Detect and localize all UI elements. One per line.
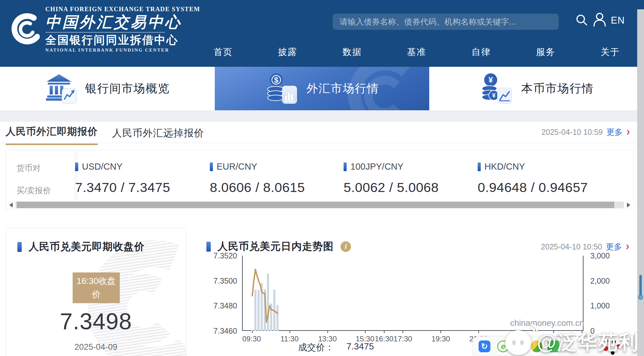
scrollbar-track[interactable]	[16, 202, 624, 208]
pair-quote: 0.94648 / 0.94657	[478, 180, 588, 195]
tab-label: 本币市场行情	[521, 81, 594, 96]
pair-marker	[210, 162, 213, 171]
taskbar-app-icon-red-dots[interactable]	[601, 339, 623, 356]
x-axis-tick-mark	[365, 331, 366, 333]
pair-quote: 5.0062 / 5.0068	[344, 180, 439, 195]
y-axis-tick-label: 7.3460	[214, 326, 237, 335]
nav-item-services[interactable]: 服务	[536, 46, 555, 58]
nav-item-self-regulation[interactable]: 自律	[471, 46, 491, 58]
taskbar-app-icon-green[interactable]	[547, 340, 559, 352]
quotes-tabs: 人民币外汇即期报价 人民币外汇远掉报价	[6, 125, 204, 145]
search-icon[interactable]	[575, 13, 588, 27]
cfets-logo-icon	[10, 10, 40, 49]
y-axis-left-labels: 7.35207.35007.34807.3460	[198, 256, 240, 331]
nav-item-benchmark[interactable]: 基准	[407, 46, 426, 58]
chart-timestamp: 2025-04-10 10:50	[541, 242, 602, 251]
fx-market-icon: $	[265, 72, 299, 105]
divider	[0, 143, 644, 143]
logo-line-en-sub: NATIONAL INTERBANK FUNDING CENTER	[45, 48, 200, 53]
svg-text:¥: ¥	[492, 92, 496, 99]
tab-spot-quotes[interactable]: 人民币外汇即期报价	[6, 125, 98, 145]
cfets-webpage: CHINA FOREIGN EXCHANGE TRADE SYSTEM 中国外汇…	[0, 0, 644, 356]
tab-cny-market[interactable]: ¥ ¥ 本币市场行情	[429, 67, 644, 110]
info-icon[interactable]: i	[340, 241, 351, 252]
legend-price-label: 成交价：	[298, 341, 334, 354]
row-label-bid-ask: 买/卖报价	[16, 185, 51, 196]
closing-price-date: 2025-04-09	[6, 342, 186, 352]
x-axis-tick-mark	[440, 331, 441, 333]
language-switch[interactable]: EN	[611, 15, 625, 26]
taskbar-app-icon-coin[interactable]	[531, 340, 543, 352]
tab-forward-swap-quotes[interactable]: 人民币外汇远掉报价	[112, 126, 204, 145]
x-axis-tick-mark	[553, 331, 554, 333]
scroll-right-arrow[interactable]	[624, 202, 633, 208]
scrollbar-thumb[interactable]	[17, 202, 614, 208]
bank-market-icon	[45, 73, 77, 104]
pair-name: HKD/CNY	[484, 162, 525, 172]
pair-marker	[344, 162, 347, 171]
quotes-meta: 2025-04-10 10:59 更多 ›	[542, 127, 630, 138]
site-header: CHINA FOREIGN EXCHANGE TRADE SYSTEM 中国外汇…	[0, 0, 644, 67]
tab-fx-market[interactable]: $ 外汇市场行情	[215, 67, 430, 110]
quote-column-eurcny: EUR/CNY 8.0606 / 8.0615	[210, 150, 305, 195]
taskbar-app-icon-blue[interactable]: ↻	[479, 340, 490, 352]
quote-row-labels: 货币对 买/卖报价	[6, 150, 75, 201]
y-axis-tick-label: 2,000	[590, 276, 610, 285]
x-axis-tick-mark	[582, 331, 582, 333]
quote-column-usdcny: USD/CNY 7.3470 / 7.3475	[75, 150, 170, 195]
closing-price-card: 人民币兑美元即期收盘价 16:30收盘价 7.3498 2025-04-09	[6, 228, 186, 356]
y-axis-right-labels: 3,0002,0001,0000	[587, 256, 624, 331]
title-marker	[17, 242, 22, 252]
svg-text:¥: ¥	[489, 75, 493, 84]
tab-label: 银行间市场概览	[85, 81, 170, 96]
chinamoney-watermark: chinamoney.com.cn	[510, 318, 584, 328]
chart-more-link[interactable]: 更多	[606, 241, 622, 252]
cny-market-icon: ¥ ¥	[480, 72, 513, 105]
scrollbar-pin-marker[interactable]	[638, 275, 643, 307]
pair-marker	[478, 162, 481, 171]
tab-watermark-logo	[339, 67, 420, 110]
quotes-timestamp: 2025-04-10 10:59	[542, 128, 603, 137]
search-input[interactable]	[340, 17, 552, 27]
svg-text:$: $	[274, 76, 278, 84]
logo-line-cn-main: 中国外汇交易中心	[45, 13, 200, 31]
search-box[interactable]	[333, 14, 559, 30]
nav-item-data[interactable]: 数据	[343, 46, 362, 58]
x-axis-tick-mark	[290, 331, 290, 333]
x-axis-tick-mark	[384, 331, 385, 333]
main-nav: 首页 披露 数据 基准 自律 服务 关于	[214, 46, 620, 58]
chart-meta: 2025-04-10 10:50 更多 ›	[541, 241, 629, 252]
vertical-scrollbar[interactable]	[637, 9, 644, 356]
nav-item-about[interactable]: 关于	[601, 46, 620, 58]
pair-quote: 7.3470 / 7.3475	[75, 180, 170, 195]
logo[interactable]: CHINA FOREIGN EXCHANGE TRADE SYSTEM 中国外汇…	[10, 6, 200, 53]
closing-price-value: 7.3498	[6, 308, 186, 335]
taskbar-app-icon-browser-e[interactable]: e	[497, 340, 509, 352]
horizontal-scrollbar	[6, 202, 633, 208]
pair-name: USD/CNY	[82, 162, 123, 172]
pair-name: 100JPY/CNY	[350, 162, 403, 172]
x-axis-tick-mark	[478, 331, 479, 333]
y-axis-tick-label: 7.3500	[214, 276, 237, 285]
chevron-right-icon[interactable]: ›	[626, 242, 629, 250]
tab-interbank-overview[interactable]: 银行间市场概览	[0, 67, 215, 110]
nav-item-disclosure[interactable]: 披露	[278, 46, 297, 58]
x-axis-tick-mark	[516, 331, 516, 333]
closing-time-badge: 16:30收盘价	[73, 272, 120, 303]
taskbar-app-icon-pinwheel[interactable]	[514, 340, 526, 352]
pair-quote: 8.0606 / 8.0615	[210, 180, 305, 195]
pair-name: EUR/CNY	[217, 162, 257, 172]
quotes-more-link[interactable]: 更多	[606, 127, 623, 138]
logo-divider	[45, 32, 165, 33]
logo-text: CHINA FOREIGN EXCHANGE TRADE SYSTEM 中国外汇…	[45, 6, 200, 53]
y-axis-tick-label: 7.3520	[214, 251, 237, 260]
user-icon[interactable]	[592, 12, 607, 27]
scroll-left-arrow[interactable]	[6, 202, 16, 208]
y-axis-tick-label: 0	[590, 326, 595, 335]
chevron-right-icon[interactable]: ›	[626, 128, 630, 136]
logo-line-cn-sub: 全国银行间同业拆借中心	[45, 34, 200, 46]
legend-price-value: 7.3475	[346, 341, 374, 354]
nav-item-home[interactable]: 首页	[214, 46, 233, 58]
x-axis-tick-mark	[403, 331, 403, 333]
closing-price-title: 人民币兑美元即期收盘价	[29, 240, 145, 254]
